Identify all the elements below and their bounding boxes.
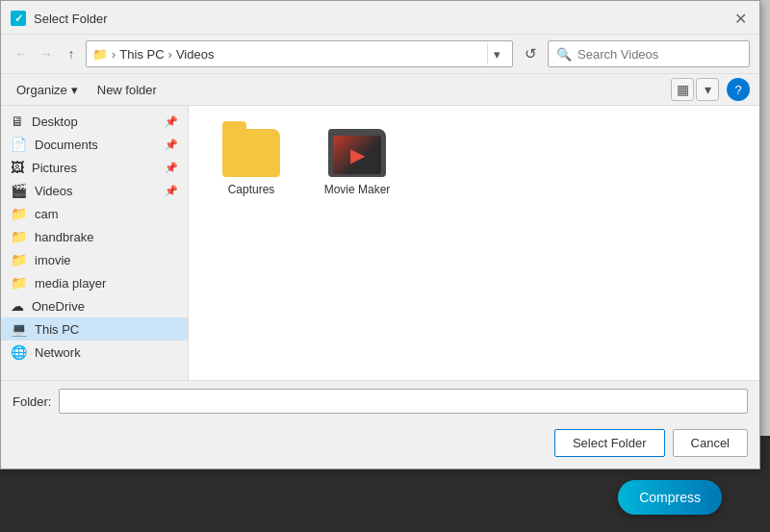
- breadcrumb-sep-2: ›: [168, 47, 172, 62]
- sidebar-item-pictures[interactable]: 🖼 Pictures 📌: [1, 156, 188, 179]
- toolbar: Organize ▾ New folder ▦ ▾ ?: [1, 74, 759, 106]
- folder-input-row: Folder:: [1, 380, 759, 421]
- moviemaker-label: Movie Maker: [324, 183, 391, 196]
- organize-arrow: ▾: [71, 83, 78, 97]
- sidebar-item-mediaplayer[interactable]: 📁 media player: [1, 271, 188, 294]
- sidebar-item-thispc[interactable]: 💻 This PC: [1, 317, 188, 341]
- compress-button[interactable]: Compress: [618, 480, 722, 515]
- breadcrumb-dropdown[interactable]: ▾: [487, 43, 506, 64]
- organize-label: Organize: [16, 83, 67, 97]
- breadcrumb-bar[interactable]: 📁 › This PC › Videos ▾: [86, 40, 513, 67]
- titlebar-left: ✓ Select Folder: [11, 11, 108, 26]
- sidebar-label-mediaplayer: media player: [35, 276, 178, 291]
- sidebar-label-network: Network: [35, 345, 178, 360]
- videos-icon: 🎬: [11, 183, 27, 198]
- up-button[interactable]: ↑: [61, 43, 82, 64]
- sidebar-item-cam[interactable]: 📁 cam: [1, 202, 188, 225]
- pin-icon-videos: 📌: [165, 185, 178, 197]
- folder-label: Folder:: [13, 394, 51, 409]
- titlebar: ✓ Select Folder ✕: [1, 1, 759, 35]
- sidebar-item-desktop[interactable]: 🖥 Desktop 📌: [1, 110, 188, 133]
- sidebar-label-handbrake: handbrake: [35, 230, 178, 244]
- sidebar-label-thispc: This PC: [35, 322, 178, 337]
- select-folder-dialog: ✓ Select Folder ✕ ← → ↑ 📁 › This PC › Vi…: [0, 0, 760, 469]
- file-item-moviemaker[interactable]: ▶ Movie Maker: [314, 121, 400, 204]
- thispc-icon: 💻: [11, 321, 27, 337]
- sidebar-label-pictures: Pictures: [32, 161, 157, 175]
- forward-button[interactable]: →: [36, 43, 57, 64]
- captures-folder-icon: [222, 129, 280, 177]
- view-toggle-button[interactable]: ▦: [671, 78, 694, 101]
- new-folder-label: New folder: [97, 83, 157, 97]
- cam-icon: 📁: [11, 206, 27, 221]
- sidebar-item-imovie[interactable]: 📁 imovie: [1, 248, 188, 271]
- content-area: 🖥 Desktop 📌 📄 Documents 📌 🖼 Pictures 📌 🎬…: [1, 106, 759, 380]
- close-button[interactable]: ✕: [731, 9, 750, 28]
- documents-icon: 📄: [11, 137, 27, 152]
- pin-icon-documents: 📌: [165, 139, 178, 151]
- navbbar: ← → ↑ 📁 › This PC › Videos ▾ ↺ 🔍: [1, 35, 759, 74]
- search-box[interactable]: 🔍: [548, 40, 750, 67]
- sidebar-item-handbrake[interactable]: 📁 handbrake: [1, 225, 188, 248]
- sidebar-label-desktop: Desktop: [32, 114, 157, 129]
- view-dropdown-button[interactable]: ▾: [696, 78, 719, 101]
- handbrake-icon: 📁: [11, 229, 27, 244]
- sidebar: 🖥 Desktop 📌 📄 Documents 📌 🖼 Pictures 📌 🎬…: [1, 106, 189, 380]
- sidebar-label-cam: cam: [35, 207, 178, 221]
- imovie-icon: 📁: [11, 252, 27, 267]
- cancel-button[interactable]: Cancel: [673, 429, 748, 457]
- help-button[interactable]: ?: [727, 78, 750, 101]
- new-folder-button[interactable]: New folder: [91, 80, 163, 100]
- breadcrumb-sep-1: ›: [112, 47, 116, 62]
- pin-icon-pictures: 📌: [165, 162, 178, 174]
- titlebar-title: Select Folder: [34, 12, 108, 26]
- captures-label: Captures: [228, 183, 275, 196]
- folder-input[interactable]: [59, 389, 748, 414]
- breadcrumb-videos[interactable]: Videos: [176, 47, 215, 62]
- sidebar-item-onedrive[interactable]: ☁ OneDrive: [1, 294, 188, 317]
- moviemaker-folder-icon: ▶: [328, 129, 386, 177]
- pictures-icon: 🖼: [11, 160, 24, 175]
- sidebar-item-network[interactable]: 🌐 Network: [1, 341, 188, 364]
- files-grid: Captures ▶ Movie Maker: [208, 121, 740, 204]
- search-icon: 🔍: [556, 47, 572, 62]
- refresh-button[interactable]: ↺: [517, 40, 544, 67]
- sidebar-item-videos[interactable]: 🎬 Videos 📌: [1, 179, 188, 202]
- breadcrumb-folder-icon: 📁: [92, 47, 108, 62]
- pin-icon-desktop: 📌: [165, 115, 178, 128]
- view-buttons: ▦ ▾ ?: [671, 78, 750, 101]
- onedrive-icon: ☁: [11, 298, 24, 314]
- select-folder-button[interactable]: Select Folder: [554, 429, 665, 457]
- mediaplayer-icon: 📁: [11, 275, 27, 291]
- breadcrumb-thispc[interactable]: This PC: [119, 47, 164, 62]
- desktop-icon: 🖥: [11, 114, 24, 129]
- sidebar-label-onedrive: OneDrive: [32, 299, 178, 314]
- moviemaker-thumbnail: ▶: [333, 136, 381, 174]
- sidebar-label-videos: Videos: [35, 184, 157, 198]
- files-area: Captures ▶ Movie Maker: [189, 106, 759, 380]
- sidebar-label-imovie: imovie: [35, 253, 178, 267]
- file-item-captures[interactable]: Captures: [208, 121, 295, 204]
- organize-button[interactable]: Organize ▾: [11, 80, 84, 100]
- network-icon: 🌐: [11, 344, 27, 360]
- back-button[interactable]: ←: [11, 43, 32, 64]
- search-input[interactable]: [578, 47, 741, 62]
- app-icon: ✓: [11, 11, 26, 26]
- sidebar-item-documents[interactable]: 📄 Documents 📌: [1, 133, 188, 156]
- sidebar-label-documents: Documents: [35, 138, 157, 152]
- buttons-row: Select Folder Cancel: [1, 421, 759, 469]
